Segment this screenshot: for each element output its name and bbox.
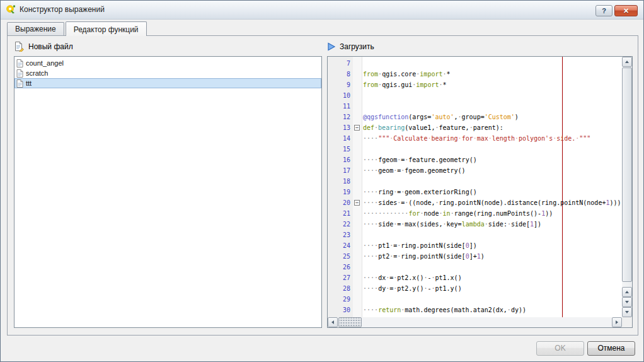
file-icon	[16, 79, 23, 88]
file-item[interactable]: count_angel	[14, 58, 321, 68]
line-number: 18	[328, 176, 353, 187]
scrollbar-horizontal[interactable]	[328, 317, 622, 327]
code-line[interactable]: 14····"""·Calculate·bearing·for·max·leng…	[328, 133, 622, 144]
scroll-extra-down-button[interactable]	[622, 297, 632, 307]
code-line[interactable]: 30····return·math.degrees(math.atan2(dx,…	[328, 305, 622, 315]
fold-cell	[353, 283, 362, 294]
line-number: 22	[328, 219, 353, 230]
code-line[interactable]: 9from·qgis.gui·import·*	[328, 79, 622, 90]
code-text: ····pt1·=·ring.pointN(side[0])	[362, 240, 477, 251]
fold-cell	[353, 90, 362, 101]
tab-function-editor[interactable]: Редактор функций	[66, 21, 147, 36]
code-line[interactable]: 16····fgeom·=·feature.geometry()	[328, 155, 622, 165]
file-item[interactable]: scratch	[14, 68, 321, 78]
fold-cell	[353, 79, 362, 90]
tab-bar: Выражение Редактор функций	[1, 20, 643, 35]
window-title: Конструктор выражений	[20, 5, 105, 14]
code-area[interactable]: 78from·qgis.core·import·*9from·qgis.gui·…	[328, 57, 622, 317]
scroll-left-button[interactable]	[328, 317, 338, 327]
line-number: 16	[328, 155, 353, 165]
arrow-down-icon	[625, 301, 629, 303]
file-item-selected[interactable]: ttt	[14, 78, 321, 88]
code-line[interactable]: 17····geom·=·fgeom.geometry()	[328, 165, 622, 176]
fold-cell	[353, 208, 362, 219]
code-text: @qgsfunction(args='auto',·group='Custom'…	[362, 112, 519, 122]
arrow-down-icon	[625, 311, 629, 313]
line-number: 9	[328, 79, 353, 90]
code-line[interactable]: 7	[328, 58, 622, 69]
code-text: ············for·node·in·range(ring.numPo…	[362, 208, 553, 219]
code-line[interactable]: 26	[328, 262, 622, 272]
close-button[interactable]: ✕	[614, 5, 638, 16]
line-number: 30	[328, 305, 353, 315]
code-line[interactable]: 18	[328, 176, 622, 187]
code-text: ····"""·Calculate·bearing·for·max·length…	[362, 133, 590, 144]
line-number: 10	[328, 90, 353, 101]
scroll-thumb-horizontal[interactable]	[338, 317, 362, 327]
code-line[interactable]: 13−def·bearing(value1,·feature,·parent):	[328, 122, 622, 133]
code-editor[interactable]: 78from·qgis.core·import·*9from·qgis.gui·…	[327, 56, 633, 328]
function-file-list[interactable]: count_angel scratch ttt	[14, 56, 322, 328]
scroll-right-button[interactable]	[612, 317, 622, 327]
fold-cell	[353, 305, 362, 315]
line-number: 17	[328, 165, 353, 176]
code-line[interactable]: 8from·qgis.core·import·*	[328, 69, 622, 79]
load-button[interactable]: Загрузить	[327, 40, 374, 53]
code-text	[362, 262, 363, 272]
fold-cell	[353, 294, 362, 305]
line-number: 11	[328, 101, 353, 112]
ok-button[interactable]: OK	[536, 341, 584, 356]
scrollbar-vertical[interactable]	[622, 57, 632, 317]
fold-cell	[353, 230, 362, 240]
arrow-left-icon	[331, 320, 334, 324]
scroll-up-button[interactable]	[622, 57, 632, 67]
code-text: ····sides·=·((node,·ring.pointN(node).di…	[362, 197, 621, 208]
code-line[interactable]: 27····dx·=·pt2.x()·-·pt1.x()	[328, 272, 622, 283]
fold-cell: −	[353, 122, 362, 133]
file-label: ttt	[26, 79, 32, 87]
code-line[interactable]: 11	[328, 101, 622, 112]
code-line[interactable]: 19····ring·=·geom.exteriorRing()	[328, 187, 622, 197]
scroll-extra-up-button[interactable]	[622, 287, 632, 297]
code-line[interactable]: 15	[328, 144, 622, 155]
code-line[interactable]: 24····pt1·=·ring.pointN(side[0])	[328, 240, 622, 251]
code-text	[362, 294, 363, 305]
line-number: 27	[328, 272, 353, 283]
load-label: Загрузить	[340, 42, 374, 51]
fold-cell	[353, 272, 362, 283]
file-label: count_angel	[26, 59, 64, 67]
code-line[interactable]: 23	[328, 230, 622, 240]
tab-expression[interactable]: Выражение	[7, 22, 64, 35]
fold-cell: −	[353, 197, 362, 208]
line-number: 25	[328, 251, 353, 262]
fold-cell	[353, 155, 362, 165]
file-icon	[16, 59, 23, 67]
fold-marker[interactable]: −	[354, 125, 360, 131]
code-line[interactable]: 20−····sides·=·((node,·ring.pointN(node)…	[328, 197, 622, 208]
code-line[interactable]: 10	[328, 90, 622, 101]
load-run-icon	[327, 42, 336, 51]
line-number: 12	[328, 112, 353, 122]
code-line[interactable]: 21············for·node·in·range(ring.num…	[328, 208, 622, 219]
code-line[interactable]: 22····side·=·max(sides,·key=lambda·side:…	[328, 219, 622, 230]
code-line[interactable]: 28····dy·=·pt2.y()·-·pt1.y()	[328, 283, 622, 294]
help-button[interactable]: ?	[595, 5, 612, 16]
scroll-down-button[interactable]	[622, 307, 632, 317]
line-number: 29	[328, 294, 353, 305]
fold-marker[interactable]: −	[354, 200, 360, 206]
fold-cell	[353, 165, 362, 176]
code-line[interactable]: 25····pt2·=·ring.pointN(side[0]+1)	[328, 251, 622, 262]
line-number: 28	[328, 283, 353, 294]
new-file-button[interactable]: Новый файл	[14, 40, 73, 53]
scroll-thumb-vertical[interactable]	[622, 67, 632, 282]
code-text	[362, 144, 363, 155]
code-line[interactable]: 29	[328, 294, 622, 305]
fold-cell	[353, 58, 362, 69]
line-number: 23	[328, 230, 353, 240]
title-bar[interactable]: Конструктор выражений ? ✕	[1, 1, 643, 20]
fold-cell	[353, 251, 362, 262]
cancel-button[interactable]: Отмена	[587, 341, 635, 356]
code-line[interactable]: 12@qgsfunction(args='auto',·group='Custo…	[328, 112, 622, 122]
line-number: 19	[328, 187, 353, 197]
code-text: ····dy·=·pt2.y()·-·pt1.y()	[362, 283, 462, 294]
